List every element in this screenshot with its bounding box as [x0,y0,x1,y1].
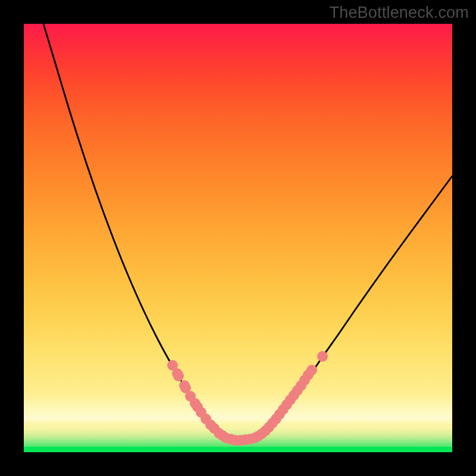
watermark-text: TheBottleneck.com [329,4,469,22]
data-point [317,351,328,362]
data-markers [167,351,328,446]
chart-frame: TheBottleneck.com [0,0,476,476]
data-point [306,365,317,375]
chart-svg [24,24,452,452]
chart-plot-area [24,24,452,452]
bottleneck-curve [43,24,452,440]
curve-path [43,24,452,440]
data-point [173,371,184,381]
